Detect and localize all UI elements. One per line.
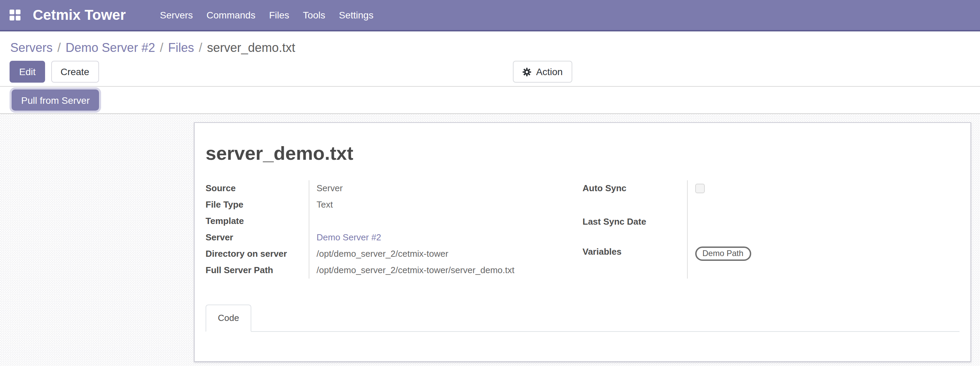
tab-code-content: [205, 332, 959, 362]
field-value: Text: [309, 197, 582, 213]
edit-button[interactable]: Edit: [10, 61, 45, 83]
app-viewport: Cetmix Tower Servers Commands Files Tool…: [0, 0, 980, 366]
gear-icon: [522, 67, 531, 76]
breadcrumb-separator: /: [194, 41, 207, 55]
breadcrumb-separator: /: [52, 41, 65, 55]
field-row-source: Source Server: [205, 180, 582, 197]
control-panel-buttons: Edit Create Action: [10, 61, 970, 83]
field-row-template: Template: [205, 213, 582, 229]
apps-grid-icon: [16, 16, 21, 21]
breadcrumb-link-servers[interactable]: Servers: [10, 41, 52, 55]
breadcrumb-current: server_demo.txt: [207, 41, 295, 55]
field-label: Last Sync Date: [582, 214, 687, 243]
breadcrumb-link-demo-server-2[interactable]: Demo Server #2: [65, 41, 155, 55]
field-label: Variables: [582, 244, 687, 278]
field-label: Auto Sync: [582, 180, 687, 214]
form-sheet: server_demo.txt Source Server File Type …: [194, 122, 971, 362]
tab-code[interactable]: Code: [205, 304, 251, 332]
field-row-server: Server Demo Server #2: [205, 229, 582, 246]
field-value: Demo Server #2: [309, 229, 582, 246]
record-title: server_demo.txt: [205, 142, 959, 165]
top-navbar: Cetmix Tower Servers Commands Files Tool…: [0, 0, 980, 32]
app-brand[interactable]: Cetmix Tower: [33, 7, 126, 23]
main-menu: Servers Commands Files Tools Settings: [153, 0, 380, 30]
pull-from-server-button[interactable]: Pull from Server: [12, 89, 99, 111]
field-row-file-type: File Type Text: [205, 197, 582, 213]
field-value: [309, 213, 582, 229]
menu-item-files[interactable]: Files: [262, 0, 296, 30]
field-value: Demo Path: [687, 244, 959, 278]
server-record-link[interactable]: Demo Server #2: [317, 232, 381, 242]
form-statusbar: Pull from Server: [0, 87, 980, 114]
menu-item-tools[interactable]: Tools: [296, 0, 332, 30]
field-value: [687, 180, 959, 214]
field-groups: Source Server File Type Text Template Se…: [205, 180, 959, 278]
action-button-label: Action: [536, 66, 563, 77]
field-row-auto-sync: Auto Sync: [582, 180, 959, 214]
apps-grid-icon: [16, 10, 21, 14]
apps-grid-icon: [10, 10, 14, 14]
auto-sync-checkbox[interactable]: [695, 184, 705, 193]
apps-grid-icon: [10, 16, 14, 21]
notebook-tabs: Code: [205, 304, 959, 332]
menu-item-servers[interactable]: Servers: [153, 0, 199, 30]
field-label: Full Server Path: [205, 262, 309, 278]
menu-item-settings[interactable]: Settings: [332, 0, 380, 30]
field-label: Template: [205, 213, 309, 229]
field-label: Server: [205, 229, 309, 246]
notebook: Code: [205, 304, 959, 362]
breadcrumb: Servers/Demo Server #2/Files/server_demo…: [0, 32, 980, 56]
breadcrumb-link-files[interactable]: Files: [168, 41, 194, 55]
field-value: Server: [309, 180, 582, 197]
field-value: /opt/demo_server_2/cetmix-tower: [309, 246, 582, 262]
menu-item-commands[interactable]: Commands: [200, 0, 262, 30]
field-label: Source: [205, 180, 309, 197]
field-row-directory: Directory on server /opt/demo_server_2/c…: [205, 246, 582, 262]
field-value: [687, 214, 959, 243]
field-row-variables: Variables Demo Path: [582, 244, 959, 278]
apps-menu-button[interactable]: [10, 10, 21, 21]
field-label: File Type: [205, 197, 309, 213]
variable-tag: Demo Path: [695, 247, 751, 261]
field-group-left: Source Server File Type Text Template Se…: [205, 180, 582, 278]
content-area: server_demo.txt Source Server File Type …: [0, 114, 980, 366]
breadcrumb-separator: /: [155, 41, 168, 55]
field-row-full-path: Full Server Path /opt/demo_server_2/cetm…: [205, 262, 582, 278]
create-button[interactable]: Create: [51, 61, 99, 83]
field-label: Directory on server: [205, 246, 309, 262]
control-panel: Servers/Demo Server #2/Files/server_demo…: [0, 32, 980, 87]
field-group-right: Auto Sync Last Sync Date Variables Demo …: [582, 180, 959, 278]
field-row-last-sync-date: Last Sync Date: [582, 214, 959, 243]
action-button[interactable]: Action: [513, 61, 572, 83]
field-value: /opt/demo_server_2/cetmix-tower/server_d…: [309, 262, 582, 278]
